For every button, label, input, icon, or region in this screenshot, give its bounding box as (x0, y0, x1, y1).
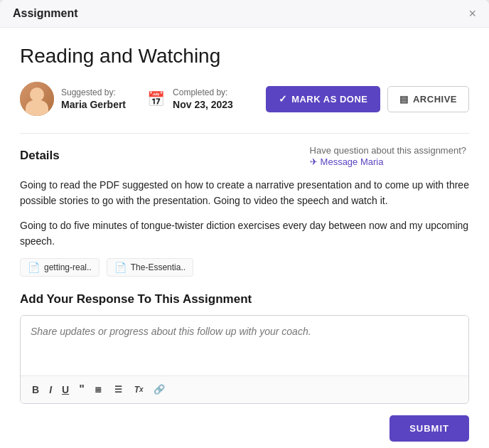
archive-label: ARCHIVE (413, 94, 457, 105)
submit-button[interactable]: SUBMIT (389, 415, 469, 442)
italic-button[interactable]: I (45, 381, 56, 398)
mark-done-button[interactable]: ✓ MARK AS DONE (266, 86, 381, 112)
description-2: Going to do five minutes of tongue-twist… (20, 218, 469, 250)
modal-title: Assignment (13, 7, 78, 20)
suggested-by-section: Suggested by: Maria Gerbert (61, 87, 126, 110)
response-title: Add Your Response To This Assignment (20, 292, 469, 306)
response-textarea[interactable] (21, 316, 468, 373)
suggested-name: Maria Gerbert (61, 99, 126, 110)
svg-text:≣: ≣ (95, 385, 102, 395)
unordered-list-icon: ☰ (114, 385, 124, 395)
checkmark-icon: ✓ (279, 93, 288, 105)
avatar-image (20, 82, 54, 116)
submit-row: SUBMIT (20, 415, 469, 442)
suggested-label: Suggested by: (61, 87, 126, 97)
question-text: Have question about this assignment? (310, 145, 466, 156)
mark-done-label: MARK AS DONE (291, 94, 367, 105)
assignment-modal: Assignment × Reading and Watching Sugges… (0, 0, 489, 448)
pdf-icon-1: 📄 (28, 262, 40, 273)
details-header: Details Have question about this assignm… (20, 144, 469, 167)
completed-by-section: 📅 Completed by: Nov 23, 2023 (146, 87, 233, 110)
send-icon: ✈ (310, 156, 318, 167)
avatar-figure (24, 85, 50, 116)
message-section: Have question about this assignment? ✈ M… (310, 144, 469, 167)
section-divider (20, 133, 469, 134)
bold-button[interactable]: B (28, 381, 43, 398)
completed-info: Completed by: Nov 23, 2023 (173, 87, 233, 110)
avatar (20, 82, 54, 116)
attachment-1[interactable]: 📄 getting-real.. (20, 258, 100, 277)
completed-label: Completed by: (173, 87, 233, 97)
attachment-2-name: The-Essentia.. (131, 262, 186, 272)
underline-button[interactable]: U (58, 381, 73, 398)
link-button[interactable]: 🔗 (149, 381, 169, 398)
archive-button[interactable]: ▤ ARCHIVE (387, 86, 469, 112)
unordered-list-button[interactable]: ☰ (110, 382, 129, 398)
attachment-2[interactable]: 📄 The-Essentia.. (107, 258, 193, 277)
archive-icon: ▤ (399, 94, 409, 105)
attachments: 📄 getting-real.. 📄 The-Essentia.. (20, 258, 469, 277)
calendar-icon: 📅 (146, 89, 166, 109)
modal-body: Reading and Watching Suggested by: Maria… (0, 28, 489, 448)
meta-row: Suggested by: Maria Gerbert 📅 Completed … (20, 82, 469, 116)
clear-format-button[interactable]: Tx (130, 382, 148, 398)
editor-toolbar: B I U " ≣ ☰ Tx 🔗 (21, 375, 468, 403)
response-editor: B I U " ≣ ☰ Tx 🔗 (20, 315, 469, 404)
avatar-head (30, 87, 44, 102)
description-1: Going to read the PDF suggested on how t… (20, 177, 469, 209)
message-link[interactable]: ✈ Message Maria (310, 156, 469, 167)
close-button[interactable]: × (468, 7, 476, 20)
assignment-title: Reading and Watching (20, 45, 469, 68)
completed-date: Nov 23, 2023 (173, 99, 233, 110)
action-buttons: ✓ MARK AS DONE ▤ ARCHIVE (266, 86, 469, 112)
ordered-list-button[interactable]: ≣ (90, 382, 109, 398)
details-title: Details (20, 149, 60, 163)
modal-header: Assignment × (0, 0, 489, 28)
attachment-1-name: getting-real.. (44, 262, 92, 272)
pdf-icon-2: 📄 (114, 262, 127, 273)
svg-text:☰: ☰ (114, 385, 122, 395)
quote-button[interactable]: " (75, 380, 89, 399)
ordered-list-icon: ≣ (95, 385, 104, 395)
message-link-text: Message Maria (321, 156, 384, 167)
avatar-body (26, 100, 48, 116)
